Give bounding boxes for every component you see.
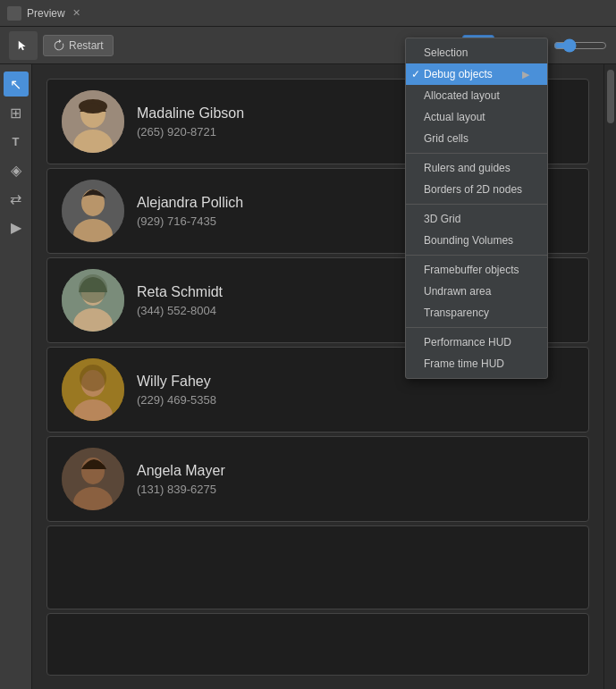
menu-item-undrawn-area[interactable]: Undrawn area [406,281,547,302]
cursor-indicator: ▶ [522,69,529,80]
contact-phone: (929) 716-7435 [137,214,243,228]
separator-3 [406,255,547,256]
contact-info: Willy Fahey (229) 469-5358 [137,374,216,407]
tool-pointer[interactable]: ↖ [4,71,29,97]
contact-name: Madaline Gibson [137,105,244,122]
cursor-tool-button[interactable] [9,31,38,60]
menu-item-allocated-layout[interactable]: Allocated layout [406,85,547,106]
contact-name: Angela Mayer [137,463,225,479]
menu-item-rulers-guides[interactable]: Rulers and guides [406,157,547,179]
restart-button[interactable]: Restart [43,35,114,56]
contact-phone: (265) 920-8721 [137,125,244,139]
menu-item-transparency[interactable]: Transparency [406,302,547,323]
tool-text[interactable]: T [4,129,29,154]
contact-phone: (229) 469-5358 [137,393,216,407]
app-icon [7,6,21,21]
check-icon: ✓ [411,68,420,80]
menu-item-selection[interactable]: Selection [406,42,547,63]
svg-point-14 [80,365,106,391]
contact-name: Reta Schmidt [137,284,223,300]
contact-info: Madaline Gibson (265) 920-8721 [137,105,244,139]
dropdown-menu: Selection ✓ Debug objects ▶ Allocated la… [405,38,548,379]
menu-item-actual-layout[interactable]: Actual layout [406,106,547,128]
contact-name: Alejandra Pollich [137,195,243,211]
sidebar-tools: ↖ ⊞ T ◈ ⇄ ▶ [0,64,32,689]
scrollbar-thumb[interactable] [607,70,614,123]
menu-item-framebuffer[interactable]: Framebuffer objects [406,259,547,281]
scrollbar[interactable] [603,64,616,689]
menu-item-performance-hud[interactable]: Performance HUD [406,332,547,353]
contact-info: Reta Schmidt (344) 552-8004 [137,284,223,317]
separator-4 [406,327,547,328]
menu-item-debug-objects[interactable]: ✓ Debug objects ▶ [406,63,547,85]
avatar [62,90,124,153]
tool-media[interactable]: ▶ [4,214,29,239]
avatar [62,448,124,510]
contact-info: Angela Mayer (131) 839-6275 [137,463,225,496]
avatar [62,269,124,332]
contact-name: Willy Fahey [137,374,216,390]
contact-card: Angela Mayer (131) 839-6275 [46,436,589,522]
tool-layers[interactable]: ◈ [4,157,29,182]
menu-item-3d-grid[interactable]: 3D Grid [406,208,547,230]
contact-info: Alejandra Pollich (929) 716-7435 [137,195,243,228]
separator-2 [406,204,547,205]
menu-item-bounding-volumes[interactable]: Bounding Volumes [406,230,547,251]
tool-grid[interactable]: ⊞ [4,100,29,125]
zoom-slider[interactable] [553,38,607,53]
contact-phone: (344) 552-8004 [137,304,223,317]
menu-item-grid-cells[interactable]: Grid cells [406,128,547,149]
avatar [62,358,124,421]
title-bar-text: Preview [27,7,65,20]
title-bar: Preview ✕ [0,0,616,27]
empty-card-2 [46,613,589,676]
close-button[interactable]: ✕ [72,7,80,19]
tool-share[interactable]: ⇄ [4,186,29,211]
contact-phone: (131) 839-6275 [137,483,225,496]
menu-item-frame-time-hud[interactable]: Frame time HUD [406,353,547,374]
avatar [62,180,124,242]
menu-item-borders-2d[interactable]: Borders of 2D nodes [406,179,547,200]
separator-1 [406,153,547,154]
empty-card-1 [46,525,589,609]
